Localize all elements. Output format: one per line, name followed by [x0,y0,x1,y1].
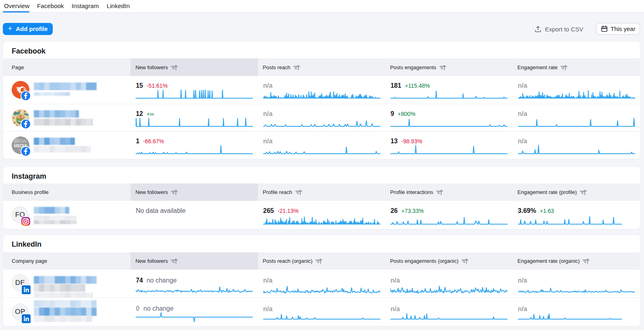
svg-text:SOCIAL: SOCIAL [14,139,28,143]
